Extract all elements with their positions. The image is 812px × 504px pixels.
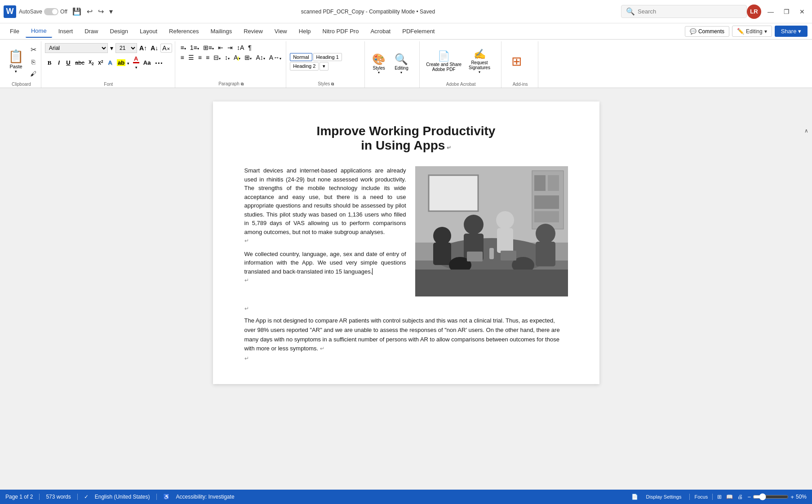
strikethrough-button[interactable]: abc — [73, 59, 86, 66]
bullets-button[interactable]: ≡▾ — [179, 43, 188, 52]
borders-button[interactable]: ⊞▾ — [243, 53, 253, 62]
end-return: ↵ — [244, 355, 568, 362]
line-spacing-button[interactable]: ↕▾ — [223, 53, 231, 62]
view-icons: 📄 — [631, 494, 638, 500]
sort-button[interactable]: ↕A — [235, 43, 246, 52]
style-heading2[interactable]: Heading 2 — [290, 62, 319, 71]
close-button[interactable]: ✕ — [796, 6, 808, 17]
tab-mailings[interactable]: Mailings — [205, 25, 238, 37]
addins-label: Add-ins — [505, 81, 535, 88]
font-expand-icon[interactable]: ▾ — [109, 44, 115, 52]
comments-button[interactable]: 💬 Comments — [685, 26, 729, 37]
tab-insert[interactable]: Insert — [53, 25, 79, 37]
justify-button[interactable]: ≡ — [204, 53, 211, 62]
request-signatures-button[interactable]: ✍ RequestSignatures ▾ — [466, 48, 493, 75]
tab-review[interactable]: Review — [238, 25, 268, 37]
ribbon-group-clipboard: 📋 Paste ▾ ✂ ⎘ 🖌 Clipboard — [2, 41, 41, 88]
asian-layout-button[interactable]: A↔▾ — [267, 53, 283, 62]
svg-point-12 — [464, 215, 484, 234]
paste-button[interactable]: 📋 Paste ▾ — [4, 48, 27, 75]
font-family-select[interactable]: Arial — [45, 43, 108, 53]
copy-button[interactable]: ⎘ — [28, 57, 38, 67]
word-logo: W — [4, 5, 16, 18]
font-size-select[interactable]: 21 — [115, 43, 137, 53]
decrease-indent-button[interactable]: ⇤ — [216, 43, 225, 52]
italic-button[interactable]: I — [54, 59, 63, 66]
change-case-button[interactable]: Aa — [142, 59, 153, 66]
svg-rect-11 — [433, 243, 451, 265]
style-more[interactable]: ▾ — [319, 62, 328, 71]
text-effects-button[interactable]: A — [106, 59, 115, 66]
columns-button[interactable]: ⊟▾ — [212, 53, 222, 62]
text-column: Smart devices and internet-based applica… — [244, 166, 406, 296]
text-direction-button[interactable]: A↕▾ — [254, 53, 266, 62]
save-button[interactable]: 💾 — [70, 6, 84, 17]
display-settings-button[interactable]: Display Settings — [643, 492, 685, 501]
search-box[interactable]: 🔍 — [621, 5, 747, 18]
tab-references[interactable]: References — [164, 25, 204, 37]
paragraph-dialog-launcher[interactable]: ⧉ — [241, 82, 244, 87]
tab-file[interactable]: File — [4, 25, 25, 37]
multilevel-list-button[interactable]: ⊞≡▾ — [201, 43, 216, 52]
create-share-pdf-button[interactable]: 📄 Create and ShareAdobe PDF — [423, 49, 464, 73]
styles-dialog-launcher[interactable]: ⧉ — [331, 82, 334, 87]
style-heading1[interactable]: Heading 1 — [313, 53, 342, 61]
tab-acrobat[interactable]: Acrobat — [365, 25, 396, 37]
increase-font-size-button[interactable]: A↑ — [138, 44, 148, 52]
language: English (United States) — [95, 494, 150, 500]
tab-pdfelement[interactable]: PDFelement — [397, 25, 440, 37]
tab-help[interactable]: Help — [293, 25, 316, 37]
ribbon-group-addins: ⊞ Add-ins — [502, 41, 538, 88]
highlight-color-button[interactable]: ab ▾ — [115, 59, 131, 66]
font-color-button[interactable]: A ▾ — [131, 55, 141, 71]
editing-icon-button[interactable]: 🔍 Editing ▾ — [391, 52, 412, 76]
styles-icon-button[interactable]: 🎨 Styles ▾ — [368, 52, 389, 76]
underline-button[interactable]: U — [64, 59, 73, 66]
decrease-font-size-button[interactable]: A↓ — [149, 44, 160, 52]
restore-button[interactable]: ❐ — [780, 6, 793, 17]
tab-nitro[interactable]: Nitro PDF Pro — [317, 25, 364, 37]
customize-toolbar-button[interactable]: ▾ — [107, 6, 115, 17]
cut-button[interactable]: ✂ — [28, 44, 38, 55]
bold-button[interactable]: B — [45, 59, 54, 67]
highlight-dropdown-icon: ▾ — [127, 62, 129, 66]
share-button[interactable]: Share ▾ — [775, 26, 808, 37]
style-normal[interactable]: Normal — [290, 53, 312, 61]
zoom-slider[interactable] — [753, 493, 789, 500]
minimize-button[interactable]: — — [764, 6, 777, 17]
undo-button[interactable]: ↩ — [84, 6, 95, 17]
bullet-sep: • — [417, 9, 420, 15]
tab-draw[interactable]: Draw — [79, 25, 103, 37]
shading-button[interactable]: A▾ — [232, 53, 242, 62]
format-painter-button[interactable]: 🖌 — [28, 69, 38, 79]
show-formatting-button[interactable]: ¶ — [246, 43, 253, 52]
autosave-toggle[interactable] — [44, 8, 58, 15]
increase-indent-button[interactable]: ⇥ — [226, 43, 235, 52]
zoom-in-button[interactable]: + — [790, 494, 794, 500]
align-center-button[interactable]: ☰ — [186, 53, 196, 62]
svg-point-14 — [496, 211, 514, 229]
styles-icon: 🎨 — [372, 53, 386, 66]
search-input[interactable] — [638, 8, 737, 15]
align-left-button[interactable]: ≡ — [179, 53, 186, 62]
tab-layout[interactable]: Layout — [134, 25, 163, 37]
zoom-out-button[interactable]: − — [747, 494, 751, 500]
content-area: Smart devices and internet-based applica… — [244, 166, 568, 296]
redo-button[interactable]: ↪ — [96, 6, 106, 17]
superscript-button[interactable]: X2 — [96, 59, 105, 66]
format-painter-icon: 🖌 — [30, 70, 36, 77]
tab-design[interactable]: Design — [105, 25, 133, 37]
tab-home[interactable]: Home — [26, 25, 52, 38]
tab-view[interactable]: View — [269, 25, 293, 37]
subscript-button[interactable]: X2 — [87, 59, 96, 66]
clear-formatting-button[interactable]: A✕ — [160, 44, 172, 53]
svg-rect-24 — [489, 248, 494, 259]
numbering-button[interactable]: 1≡▾ — [188, 43, 201, 52]
search-icon: 🔍 — [626, 7, 635, 16]
align-right-button[interactable]: ≡ — [196, 53, 204, 62]
more-font-options-icon[interactable]: ⋯ — [153, 57, 164, 68]
focus-button[interactable]: Focus — [694, 494, 708, 500]
editing-mode-button[interactable]: ✏️ Editing ▾ — [732, 26, 772, 37]
collapse-ribbon-button[interactable]: ∧ — [804, 128, 808, 134]
addins-button[interactable]: ⊞ — [510, 53, 524, 70]
